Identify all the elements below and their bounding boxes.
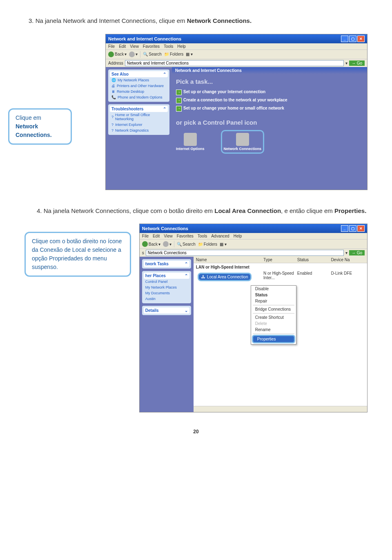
- troubleshooters-panel: Troubleshooters⌃ ? Home or Small Office …: [108, 104, 169, 135]
- forward-icon: [163, 241, 169, 247]
- internet-options-icon[interactable]: Internet Options: [176, 133, 205, 151]
- nettasks-header[interactable]: twork Tasks: [145, 262, 169, 266]
- views-button[interactable]: ▦ ▾: [186, 52, 193, 56]
- close-button[interactable]: ✕: [357, 36, 365, 42]
- forward-button[interactable]: ▾: [163, 241, 172, 247]
- menu-tools[interactable]: Tools: [198, 234, 207, 238]
- sidebar-item[interactable]: 🌐 My Network Places: [110, 77, 168, 83]
- go-button[interactable]: → Go: [349, 250, 365, 255]
- collapse-icon[interactable]: ⌃: [185, 273, 188, 278]
- ctx-properties[interactable]: Properties: [252, 335, 295, 343]
- dropdown-icon[interactable]: ▾: [345, 251, 347, 255]
- step4-num: 4.: [37, 207, 42, 214]
- ctx-bridge[interactable]: Bridge Connections: [251, 306, 296, 312]
- back-button[interactable]: Back ▾: [108, 52, 127, 57]
- troubleshooters-header[interactable]: Troubleshooters: [111, 107, 143, 111]
- sidebar-item[interactable]: Control Panel: [144, 279, 189, 284]
- col-status[interactable]: Status: [297, 258, 331, 262]
- collapse-icon[interactable]: ⌃: [185, 262, 188, 266]
- sidebar-item[interactable]: 🖨 Printers and Other Hardware: [110, 83, 168, 89]
- col-device[interactable]: Device Na: [331, 258, 365, 262]
- collapse-icon[interactable]: ⌃: [163, 107, 166, 111]
- menubar: File Edit View Favorites Tools Help: [106, 43, 367, 49]
- dropdown-icon[interactable]: ▾: [345, 61, 347, 65]
- callout1-l3: Connections.: [16, 132, 52, 138]
- conn-status: Enabled: [297, 271, 331, 283]
- forward-button[interactable]: ▾: [129, 52, 138, 57]
- conn-device: D-Link DFE: [331, 271, 365, 283]
- menu-help[interactable]: Help: [234, 234, 242, 238]
- callout1: Clique em Network Connections.: [8, 108, 72, 145]
- sidebar-item[interactable]: 📞 Phone and Modem Options: [110, 94, 168, 100]
- collapse-icon[interactable]: ⌃: [163, 72, 166, 76]
- sidebar-item[interactable]: ? Home or Small Office Networking: [110, 112, 168, 122]
- pick-icon-heading: or pick a Control Panel icon: [176, 119, 363, 126]
- local-area-connection[interactable]: 🖧 Local Area Connection: [198, 273, 252, 281]
- arrow-icon: →: [176, 98, 182, 103]
- sidebar-item[interactable]: My Network Places: [144, 284, 189, 290]
- task-link[interactable]: →Set up or change your home or small off…: [176, 105, 363, 113]
- col-type[interactable]: Type: [263, 258, 297, 262]
- page-number: 20: [24, 429, 368, 435]
- menu-advanced[interactable]: Advanced: [211, 234, 229, 238]
- ctx-disable[interactable]: Disable: [251, 286, 296, 292]
- scrollbar[interactable]: [194, 406, 367, 412]
- ctx-rename[interactable]: Rename: [251, 327, 296, 333]
- step4-d: Properties.: [334, 207, 366, 214]
- see-also-header[interactable]: See Also: [111, 72, 129, 76]
- address-input2[interactable]: [146, 250, 344, 256]
- sidebar-item[interactable]: ? Internet Explorer: [110, 122, 168, 128]
- back-button[interactable]: Back ▾: [142, 241, 160, 247]
- address-input[interactable]: [125, 60, 344, 66]
- main-content2: Name Type Status Device Na LAN or High-S…: [194, 257, 367, 412]
- addressbar2: s ▾ → Go: [140, 249, 367, 257]
- search-button[interactable]: 🔍 Search: [177, 242, 196, 246]
- minimize-button[interactable]: _: [341, 225, 348, 232]
- search-button[interactable]: 🔍 Search: [143, 52, 162, 56]
- callout1-l1: Clique em: [16, 114, 41, 121]
- maximize-button[interactable]: ▢: [349, 36, 356, 42]
- menu-edit[interactable]: Edit: [153, 234, 160, 238]
- ctx-delete: Delete: [251, 320, 296, 327]
- menu-view[interactable]: View: [130, 44, 139, 49]
- window-title2: Network Connections: [142, 226, 188, 231]
- back-icon: [108, 52, 114, 57]
- menu-view[interactable]: View: [164, 234, 173, 238]
- menu-file[interactable]: File: [108, 44, 115, 49]
- ctx-status[interactable]: Status: [251, 292, 296, 298]
- step4-c: , e então clique em: [281, 207, 334, 214]
- sidebar-item[interactable]: ? Network Diagnostics: [110, 128, 168, 133]
- menu-help[interactable]: Help: [177, 44, 186, 49]
- folders-button[interactable]: 📁 Folders: [198, 242, 217, 246]
- close-button[interactable]: ✕: [357, 225, 365, 232]
- screenshot1: Network and Internet Connections _ ▢ ✕ F…: [105, 34, 368, 190]
- menu-tools[interactable]: Tools: [164, 44, 173, 49]
- menu-favorites[interactable]: Favorites: [143, 44, 160, 49]
- maximize-button[interactable]: ▢: [349, 225, 356, 232]
- details-header[interactable]: Details: [145, 308, 159, 313]
- ctx-repair[interactable]: Repair: [251, 298, 296, 304]
- sidebar-item[interactable]: Austin: [144, 296, 189, 302]
- col-name[interactable]: Name: [196, 258, 263, 262]
- views-button[interactable]: ▦ ▾: [220, 242, 227, 246]
- sidebar-item[interactable]: My Documents: [144, 290, 189, 296]
- folders-button[interactable]: 📁 Folders: [164, 52, 183, 56]
- other-header[interactable]: her Places: [145, 273, 166, 278]
- menu-favorites[interactable]: Favorites: [177, 234, 194, 238]
- group-header: LAN or High-Speed Internet: [194, 263, 367, 271]
- sidebar-item[interactable]: 🖥 Remote Desktop: [110, 89, 168, 94]
- arrow-icon: →: [176, 90, 182, 95]
- step3-b: Network Connections.: [187, 17, 252, 24]
- expand-icon[interactable]: ⌄: [185, 308, 188, 313]
- go-button[interactable]: → Go: [349, 60, 365, 66]
- network-tasks-panel: twork Tasks⌃: [142, 259, 191, 269]
- network-connections-icon[interactable]: Network Connections: [221, 130, 265, 154]
- task-link[interactable]: →Create a connection to the network at y…: [176, 96, 363, 105]
- network-icon: [236, 133, 249, 146]
- task-link[interactable]: →Set up or change your Internet connecti…: [176, 88, 363, 96]
- callout2-text: Clique com o botão direito no ícone da C…: [32, 238, 122, 270]
- ctx-shortcut[interactable]: Create Shortcut: [251, 314, 296, 320]
- menu-file[interactable]: File: [142, 234, 149, 238]
- minimize-button[interactable]: _: [341, 36, 348, 42]
- menu-edit[interactable]: Edit: [119, 44, 126, 49]
